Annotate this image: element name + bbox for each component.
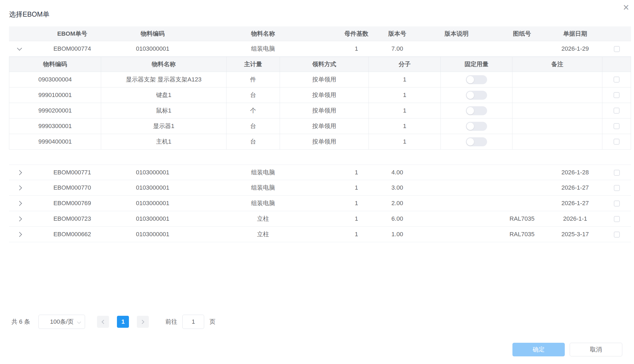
parent-base-cell: 1 bbox=[335, 184, 378, 191]
detail-header-material-name: 物料名称 bbox=[101, 57, 227, 72]
ebom-no-cell: EBOM000770 bbox=[30, 184, 114, 191]
dialog-footer: 确定 取消 bbox=[512, 343, 622, 356]
version-cell: 6.00 bbox=[378, 215, 417, 222]
material-name-cell: 立柱 bbox=[191, 230, 335, 238]
fixed-usage-toggle[interactable] bbox=[466, 137, 487, 146]
detail-material-code-cell: 9990300001 bbox=[9, 119, 101, 134]
version-cell: 3.00 bbox=[378, 184, 417, 191]
close-icon[interactable]: × bbox=[623, 2, 629, 13]
fixed-usage-toggle[interactable] bbox=[466, 122, 487, 131]
detail-row[interactable]: 0903000004 显示器支架 显示器支架A123 件 按单领用 1 bbox=[9, 72, 631, 87]
detail-row-checkbox[interactable] bbox=[614, 139, 620, 145]
detail-numerator-cell: 1 bbox=[369, 87, 441, 103]
parent-base-cell: 1 bbox=[335, 169, 378, 176]
detail-material-name-cell: 键盘1 bbox=[101, 87, 227, 103]
column-header-material-code: 物料编码 bbox=[114, 30, 191, 38]
column-header-version-desc: 版本说明 bbox=[417, 30, 496, 38]
column-header-drawing-no: 图纸号 bbox=[496, 30, 548, 38]
drawing-no-cell: RAL7035 bbox=[496, 231, 548, 238]
detail-unit-cell: 台 bbox=[227, 134, 280, 150]
detail-picking-method-cell: 按单领用 bbox=[280, 72, 369, 87]
detail-unit-cell: 台 bbox=[227, 87, 280, 103]
date-cell: 2026-1-29 bbox=[548, 45, 602, 52]
detail-picking-method-cell: 按单领用 bbox=[280, 119, 369, 134]
date-cell: 2025-3-17 bbox=[548, 231, 602, 238]
total-count-label: 共 6 条 bbox=[11, 318, 30, 326]
pagination: 共 6 条 100条/页 1 前往 页 bbox=[11, 315, 215, 329]
detail-row[interactable]: 9990100001 键盘1 台 按单领用 1 bbox=[9, 87, 631, 103]
detail-numerator-cell: 1 bbox=[369, 134, 441, 150]
detail-row[interactable]: 9990200001 鼠标1 个 按单领用 1 bbox=[9, 103, 631, 119]
row-checkbox[interactable] bbox=[614, 185, 620, 191]
detail-header-row: 物料编码 物料名称 主计量 领料方式 分子 固定用量 备注 bbox=[9, 57, 631, 72]
version-cell: 2.00 bbox=[378, 200, 417, 207]
ebom-no-cell: EBOM000774 bbox=[30, 45, 114, 52]
table-header-row: EBOM单号 物料编码 物料名称 母件基数 版本号 版本说明 图纸号 单据日期 bbox=[9, 26, 631, 41]
expand-icon[interactable] bbox=[17, 170, 22, 175]
detail-row[interactable]: 9990400001 主机1 台 按单领用 1 bbox=[9, 134, 631, 150]
material-name-cell: 组装电脑 bbox=[191, 45, 335, 53]
material-code-cell: 0103000001 bbox=[114, 231, 191, 238]
chevron-left-icon bbox=[102, 320, 106, 324]
version-cell: 1.00 bbox=[378, 231, 417, 238]
table-row[interactable]: EBOM000723 0103000001 立柱 1 6.00 RAL7035 … bbox=[9, 211, 631, 227]
material-name-cell: 组装电脑 bbox=[191, 199, 335, 207]
goto-page-input[interactable] bbox=[182, 315, 204, 329]
pager: 1 bbox=[97, 316, 149, 328]
detail-row-checkbox[interactable] bbox=[614, 123, 620, 129]
version-cell: 4.00 bbox=[378, 169, 417, 176]
detail-remark-cell bbox=[512, 72, 602, 87]
prev-page-button[interactable] bbox=[97, 316, 109, 328]
table-row[interactable]: EBOM000770 0103000001 组装电脑 1 3.00 2026-1… bbox=[9, 180, 631, 196]
table-row[interactable]: EBOM000771 0103000001 组装电脑 1 4.00 2026-1… bbox=[9, 165, 631, 180]
ebom-table: EBOM单号 物料编码 物料名称 母件基数 版本号 版本说明 图纸号 单据日期 … bbox=[9, 26, 631, 242]
version-cell: 7.00 bbox=[378, 45, 417, 52]
confirm-button[interactable]: 确定 bbox=[512, 343, 565, 356]
detail-material-code-cell: 9990200001 bbox=[9, 103, 101, 119]
row-checkbox[interactable] bbox=[614, 232, 620, 238]
date-cell: 2026-1-27 bbox=[548, 184, 602, 191]
detail-unit-cell: 件 bbox=[227, 72, 280, 87]
page-number-1[interactable]: 1 bbox=[117, 316, 129, 328]
expand-icon[interactable] bbox=[17, 46, 22, 50]
date-cell: 2026-1-1 bbox=[548, 215, 602, 222]
row-checkbox[interactable] bbox=[614, 216, 620, 222]
detail-header-material-code: 物料编码 bbox=[9, 57, 101, 72]
expand-icon[interactable] bbox=[17, 201, 22, 206]
material-code-cell: 0103000001 bbox=[114, 215, 191, 222]
row-checkbox[interactable] bbox=[614, 46, 620, 52]
table-row[interactable]: EBOM000774 0103000001 组装电脑 1 7.00 2026-1… bbox=[9, 41, 631, 57]
detail-row-checkbox[interactable] bbox=[614, 77, 620, 83]
row-checkbox[interactable] bbox=[614, 170, 620, 176]
chevron-down-icon bbox=[77, 320, 81, 324]
detail-row-checkbox[interactable] bbox=[614, 108, 620, 114]
detail-row-checkbox[interactable] bbox=[614, 92, 620, 98]
detail-header-numerator: 分子 bbox=[369, 57, 441, 72]
expand-icon[interactable] bbox=[17, 216, 22, 221]
next-page-button[interactable] bbox=[137, 316, 149, 328]
detail-header-fixed-usage: 固定用量 bbox=[441, 57, 512, 72]
fixed-usage-toggle[interactable] bbox=[466, 106, 487, 115]
parent-base-cell: 1 bbox=[335, 215, 378, 222]
fixed-usage-toggle[interactable] bbox=[466, 75, 487, 84]
detail-material-name-cell: 显示器支架 显示器支架A123 bbox=[101, 72, 227, 87]
column-header-date: 单据日期 bbox=[548, 30, 602, 38]
row-checkbox[interactable] bbox=[614, 201, 620, 207]
expand-icon[interactable] bbox=[17, 232, 22, 237]
detail-header-remark: 备注 bbox=[512, 57, 602, 72]
fixed-usage-toggle[interactable] bbox=[466, 91, 487, 100]
ebom-no-cell: EBOM000771 bbox=[30, 169, 114, 176]
chevron-right-icon bbox=[140, 320, 144, 324]
page-size-select[interactable]: 100条/页 bbox=[38, 315, 85, 329]
detail-row[interactable]: 9990300001 显示器1 台 按单领用 1 bbox=[9, 119, 631, 134]
detail-material-code-cell: 9990400001 bbox=[9, 134, 101, 150]
date-cell: 2026-1-28 bbox=[548, 169, 602, 176]
column-header-ebom-no: EBOM单号 bbox=[30, 30, 114, 38]
cancel-button[interactable]: 取消 bbox=[570, 343, 622, 356]
table-row[interactable]: EBOM000769 0103000001 组装电脑 1 2.00 2026-1… bbox=[9, 196, 631, 211]
table-row[interactable]: EBOM000662 0103000001 立柱 1 1.00 RAL7035 … bbox=[9, 227, 631, 242]
date-cell: 2026-1-27 bbox=[548, 200, 602, 207]
detail-numerator-cell: 1 bbox=[369, 72, 441, 87]
expand-icon[interactable] bbox=[17, 185, 22, 190]
goto-label: 前往 bbox=[165, 318, 177, 326]
